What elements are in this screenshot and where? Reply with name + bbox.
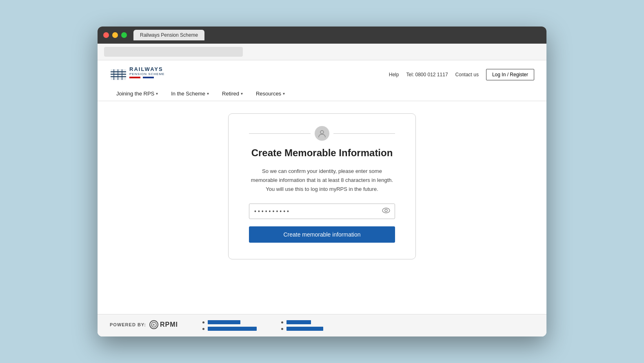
card-line-left <box>249 133 311 134</box>
titlebar: Railways Pension Scheme <box>98 27 546 44</box>
nav-item-resources[interactable]: Resources ▾ <box>249 86 291 101</box>
mac-browser-window: Railways Pension Scheme <box>98 27 546 336</box>
footer-links-col1 <box>202 320 257 331</box>
nav-item-retired[interactable]: Retired ▾ <box>215 86 249 101</box>
logo-subtext: PENSION SCHEME <box>129 72 164 76</box>
site-footer: POWERED BY: R RPMI <box>98 314 546 336</box>
logo-stripe <box>129 77 154 78</box>
header-top: RAILWAYS PENSION SCHEME <box>110 60 534 86</box>
chevron-down-icon: ▾ <box>283 91 285 96</box>
minimize-button[interactable] <box>112 32 118 38</box>
footer-link-bar <box>286 327 323 331</box>
svg-point-9 <box>385 209 387 212</box>
nav-item-joining[interactable]: Joining the RPS ▾ <box>110 86 164 101</box>
maximize-button[interactable] <box>121 32 127 38</box>
bullet-icon <box>202 321 204 323</box>
svg-point-7 <box>320 131 324 134</box>
address-bar[interactable] <box>104 47 243 57</box>
memorable-information-card: Create Memorable Information So we can c… <box>228 113 416 259</box>
svg-text:R: R <box>153 323 155 326</box>
bullet-icon <box>281 321 283 323</box>
contact-link[interactable]: Contact us <box>455 72 479 77</box>
login-register-button[interactable]: Log In / Register <box>486 69 534 80</box>
browser-tab[interactable]: Railways Pension Scheme <box>133 30 204 40</box>
footer-link-bar <box>208 327 257 331</box>
bullet-icon <box>202 328 204 330</box>
powered-by: POWERED BY: R RPMI <box>110 320 178 329</box>
bullet-icon <box>281 328 283 330</box>
rpmi-logo: R RPMI <box>149 320 178 329</box>
memorable-info-input[interactable] <box>249 204 395 219</box>
site-header: RAILWAYS PENSION SCHEME <box>98 60 546 101</box>
chevron-down-icon: ▾ <box>156 91 158 96</box>
card-icon-area <box>249 126 395 141</box>
user-icon <box>315 126 329 141</box>
chevron-down-icon: ▾ <box>241 91 243 96</box>
card-line-right <box>333 133 395 134</box>
logo: RAILWAYS PENSION SCHEME <box>110 66 164 83</box>
footer-link-cookie[interactable] <box>281 320 323 324</box>
browser-content: RAILWAYS PENSION SCHEME <box>98 60 546 336</box>
rpmi-circle-icon: R <box>149 320 158 329</box>
main-content: Create Memorable Information So we can c… <box>98 101 546 314</box>
footer-links-col2 <box>281 320 323 331</box>
header-links: Help Tel: 0800 012 1117 Contact us Log I… <box>389 69 534 80</box>
logo-text: RAILWAYS <box>129 66 164 72</box>
main-nav: Joining the RPS ▾ In the Scheme ▾ Retire… <box>110 86 534 101</box>
address-bar-area <box>98 44 546 60</box>
toggle-password-icon[interactable] <box>382 208 390 215</box>
card-description: So we can confirm your identity, please … <box>249 167 395 194</box>
close-button[interactable] <box>103 32 109 38</box>
footer-link-bar <box>208 320 240 324</box>
nav-item-in-scheme[interactable]: In the Scheme ▾ <box>164 86 215 101</box>
footer-link-bar <box>286 320 311 324</box>
svg-point-8 <box>382 208 390 213</box>
card-title: Create Memorable Information <box>251 147 393 159</box>
logo-area: RAILWAYS PENSION SCHEME <box>110 66 164 83</box>
window-controls <box>103 32 127 38</box>
footer-link-privacy[interactable] <box>202 320 257 324</box>
password-field-wrapper <box>249 204 395 219</box>
phone-number: Tel: 0800 012 1117 <box>406 72 448 77</box>
help-link[interactable]: Help <box>389 72 399 77</box>
footer-link-accessibility[interactable] <box>281 327 323 331</box>
footer-link-terms[interactable] <box>202 327 257 331</box>
create-memorable-info-button[interactable]: Create memorable information <box>249 226 395 243</box>
chevron-down-icon: ▾ <box>207 91 209 96</box>
